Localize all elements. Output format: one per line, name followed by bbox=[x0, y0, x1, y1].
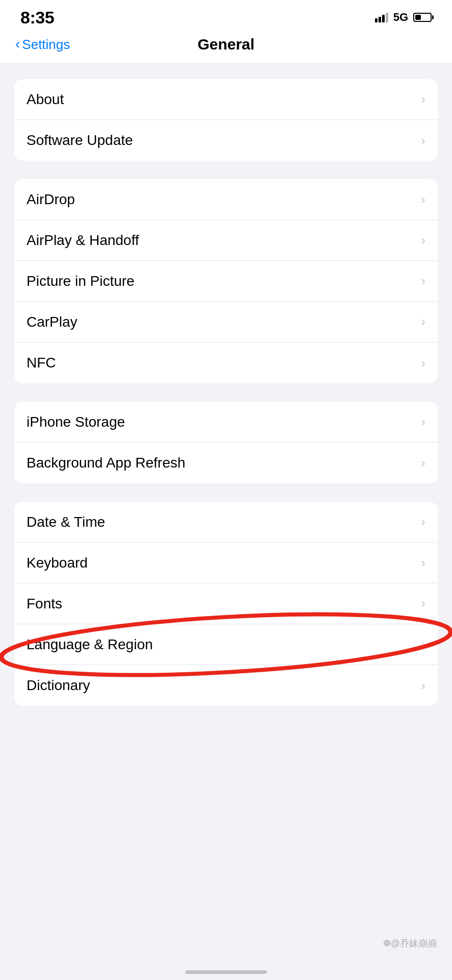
battery-fill bbox=[415, 15, 421, 20]
chevron-right-icon: › bbox=[421, 355, 425, 371]
chevron-right-icon: › bbox=[421, 314, 425, 330]
settings-row-keyboard[interactable]: Keyboard › bbox=[14, 543, 438, 583]
settings-group-1: About › Software Update › bbox=[14, 79, 438, 161]
signal-bars-icon bbox=[375, 12, 388, 22]
settings-row-background-app-refresh[interactable]: Background App Refresh › bbox=[14, 443, 438, 483]
chevron-right-icon: › bbox=[421, 232, 425, 248]
status-icons: 5G bbox=[375, 11, 432, 24]
keyboard-label: Keyboard bbox=[27, 555, 88, 571]
battery-body bbox=[413, 13, 432, 22]
about-label: About bbox=[27, 91, 64, 108]
airdrop-label: AirDrop bbox=[27, 191, 75, 208]
settings-row-airdrop[interactable]: AirDrop › bbox=[14, 179, 438, 220]
back-chevron-icon: ‹ bbox=[15, 37, 20, 51]
picture-in-picture-label: Picture in Picture bbox=[27, 273, 135, 289]
status-bar: 8:35 5G bbox=[0, 0, 452, 31]
settings-content: About › Software Update › AirDrop › AirP… bbox=[0, 64, 452, 721]
chevron-right-icon: › bbox=[421, 555, 425, 571]
chevron-right-icon: › bbox=[421, 191, 425, 207]
settings-row-iphone-storage[interactable]: iPhone Storage › bbox=[14, 402, 438, 443]
carplay-label: CarPlay bbox=[27, 314, 78, 330]
nav-bar: ‹ Settings General bbox=[0, 31, 452, 64]
settings-row-fonts[interactable]: Fonts › bbox=[14, 583, 438, 624]
signal-bar-1 bbox=[375, 18, 378, 22]
chevron-right-icon: › bbox=[421, 455, 425, 471]
settings-group-2: AirDrop › AirPlay & Handoff › Picture in… bbox=[14, 179, 438, 383]
iphone-storage-label: iPhone Storage bbox=[27, 414, 125, 430]
settings-row-dictionary[interactable]: Dictionary › bbox=[14, 665, 438, 706]
page-title: General bbox=[197, 36, 255, 53]
airplay-handoff-label: AirPlay & Handoff bbox=[27, 232, 139, 249]
settings-row-carplay[interactable]: CarPlay › bbox=[14, 302, 438, 342]
chevron-right-icon: › bbox=[421, 414, 425, 430]
chevron-right-icon: › bbox=[421, 133, 425, 149]
settings-group-4: Date & Time › Keyboard › Fonts › Languag… bbox=[14, 502, 438, 706]
back-button[interactable]: ‹ Settings bbox=[15, 37, 70, 53]
software-update-label: Software Update bbox=[27, 132, 133, 149]
settings-row-airplay-handoff[interactable]: AirPlay & Handoff › bbox=[14, 220, 438, 261]
settings-group-3: iPhone Storage › Background App Refresh … bbox=[14, 402, 438, 483]
battery-icon bbox=[413, 13, 432, 22]
nfc-label: NFC bbox=[27, 355, 56, 371]
watermark: ❁@乔妹崩崩 bbox=[383, 937, 437, 949]
signal-bar-2 bbox=[379, 17, 381, 22]
signal-bar-4 bbox=[386, 13, 388, 22]
settings-row-about[interactable]: About › bbox=[14, 79, 438, 120]
dictionary-label: Dictionary bbox=[27, 677, 90, 694]
chevron-right-icon: › bbox=[421, 273, 425, 289]
chevron-right-icon: › bbox=[421, 514, 425, 530]
settings-row-picture-in-picture[interactable]: Picture in Picture › bbox=[14, 261, 438, 302]
network-label: 5G bbox=[393, 11, 408, 24]
settings-row-date-time[interactable]: Date & Time › bbox=[14, 502, 438, 543]
background-app-refresh-label: Background App Refresh bbox=[27, 455, 185, 471]
fonts-label: Fonts bbox=[27, 596, 62, 612]
language-region-label: Language & Region bbox=[27, 636, 153, 653]
back-label: Settings bbox=[22, 37, 70, 53]
chevron-right-icon: › bbox=[421, 91, 425, 107]
signal-bar-3 bbox=[382, 15, 385, 22]
chevron-right-icon: › bbox=[421, 596, 425, 611]
home-indicator bbox=[185, 970, 267, 974]
settings-row-language-region[interactable]: Language & Region › bbox=[14, 624, 438, 665]
chevron-right-icon: › bbox=[421, 678, 425, 694]
date-time-label: Date & Time bbox=[27, 514, 105, 530]
settings-row-nfc[interactable]: NFC › bbox=[14, 342, 438, 383]
settings-row-software-update[interactable]: Software Update › bbox=[14, 120, 438, 161]
status-time: 8:35 bbox=[20, 8, 54, 28]
chevron-right-icon: › bbox=[421, 636, 425, 652]
